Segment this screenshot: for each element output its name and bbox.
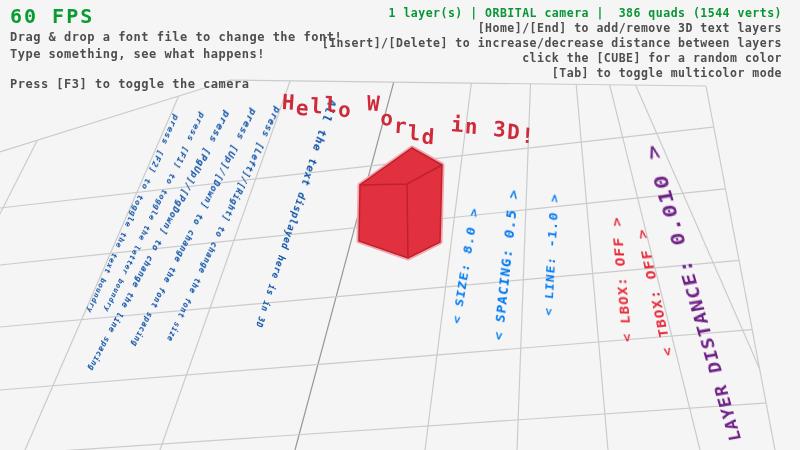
hud-left: 60 FPS Drag & drop a font file to change…	[10, 4, 342, 92]
hint-drag-drop: Drag & drop a font file to change the fo…	[10, 29, 342, 45]
raylib-text-draw3d-window: Hello World in 3D! press [F2] to toggle …	[0, 0, 800, 450]
hint-layer-distance: [Insert]/[Delete] to increase/decrease d…	[322, 36, 782, 51]
hint-camera-toggle: Press [F3] to toggle the camera	[10, 76, 342, 92]
hint-type: Type something, see what happens!	[10, 46, 342, 62]
hint-cube-color: click the [CUBE] for a random color	[322, 51, 782, 66]
hint-multicolor: [Tab] to toggle multicolor mode	[322, 66, 782, 81]
fps-counter: 60 FPS	[10, 4, 342, 28]
status-line: 1 layer(s) | ORBITAL camera | 386 quads …	[322, 6, 782, 21]
hint-layers: [Home]/[End] to add/remove 3D text layer…	[322, 21, 782, 36]
hud-right: 1 layer(s) | ORBITAL camera | 386 quads …	[322, 6, 782, 81]
